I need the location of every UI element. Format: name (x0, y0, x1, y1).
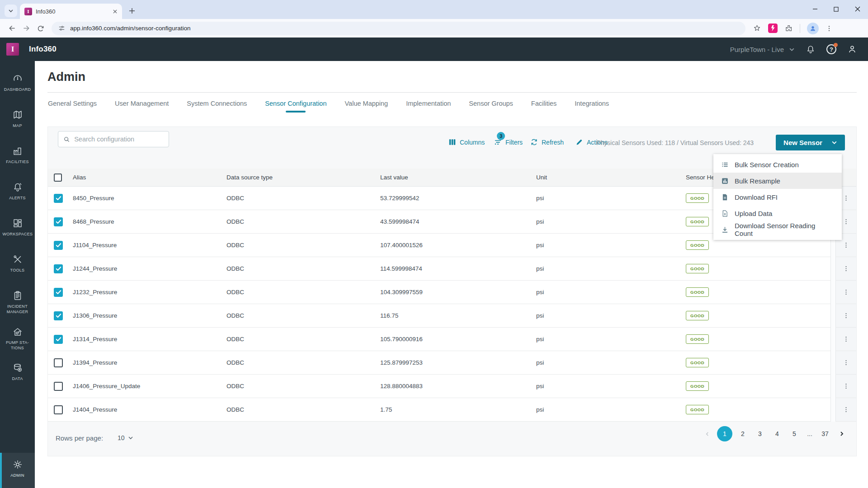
sidebar-item-pump-sta-tions[interactable]: PUMP STA-TIONS (0, 321, 35, 357)
notifications-bell-icon[interactable] (806, 44, 816, 54)
search-input[interactable] (74, 136, 164, 143)
profile-avatar[interactable] (807, 23, 819, 34)
cell-last-value: 1.75 (380, 406, 536, 413)
row-checkbox[interactable] (54, 405, 63, 414)
health-status-badge: GOOD (686, 334, 709, 344)
forward-button[interactable] (19, 21, 33, 36)
check-icon (56, 336, 61, 342)
health-status-badge: GOOD (686, 381, 709, 391)
previous-page-button[interactable] (701, 426, 713, 441)
help-button[interactable]: ? (826, 44, 836, 54)
tab-user-management[interactable]: User Management (115, 100, 169, 113)
chevron-left-icon (705, 432, 710, 436)
row-menu-button[interactable] (836, 281, 856, 304)
row-checkbox[interactable] (54, 241, 63, 250)
filters-badge: 3 (497, 132, 505, 140)
close-button[interactable] (847, 0, 868, 18)
person-icon (809, 25, 816, 32)
reload-button[interactable] (33, 21, 48, 36)
menu-item-bulk-resample[interactable]: Bulk Resample (713, 173, 842, 189)
pink-extension-icon[interactable] (768, 23, 778, 33)
row-menu-button[interactable] (836, 304, 856, 328)
filters-label: Filters (505, 139, 523, 146)
tab-search-button[interactable] (5, 5, 17, 17)
sidebar-item-tools[interactable]: TOOLS (0, 249, 35, 285)
row-checkbox[interactable] (54, 194, 63, 203)
site-info-icon[interactable] (58, 24, 66, 32)
columns-button[interactable]: Columns (448, 138, 485, 146)
kebab-menu-icon (843, 265, 849, 272)
sidebar-item-dashboard[interactable]: DASHBOARD (0, 68, 35, 104)
table-row: J1306_Pressure ODBC 116.75 psi GOOD (48, 304, 830, 328)
browser-menu-icon[interactable] (826, 25, 833, 32)
url-bar[interactable]: app.info360.com/admin/sensor-configurati… (52, 22, 745, 35)
back-button[interactable] (5, 21, 19, 36)
row-checkbox[interactable] (54, 311, 63, 320)
page-button-5[interactable]: 5 (788, 426, 801, 441)
row-menu-button[interactable] (836, 257, 856, 281)
bookmark-star-icon[interactable] (753, 24, 761, 33)
row-menu-button[interactable] (836, 398, 856, 422)
menu-item-upload-data[interactable]: Upload Data (713, 205, 842, 221)
tab-sensor-groups[interactable]: Sensor Groups (469, 100, 513, 113)
page-button-1[interactable]: 1 (717, 426, 732, 441)
tab-implementation[interactable]: Implementation (406, 100, 451, 113)
check-icon (56, 219, 61, 225)
tab-integrations[interactable]: Integrations (575, 100, 609, 113)
pump-icon (12, 326, 23, 337)
search-box[interactable] (58, 131, 169, 147)
page-button-3[interactable]: 3 (753, 426, 767, 441)
filters-button[interactable]: 3 Filters (494, 138, 523, 146)
sidebar-item-admin[interactable]: ADMIN (0, 453, 35, 488)
refresh-button[interactable]: Refresh (530, 138, 564, 146)
row-checkbox[interactable] (54, 358, 63, 367)
minimize-button[interactable] (804, 0, 826, 18)
page-button-2[interactable]: 2 (736, 426, 750, 441)
row-checkbox[interactable] (54, 288, 63, 297)
cell-unit: psi (536, 218, 686, 225)
tab-general-settings[interactable]: General Settings (48, 100, 97, 113)
row-menu-button[interactable] (836, 375, 856, 398)
environment-selector[interactable]: PurpleTown - Live (730, 46, 795, 53)
row-checkbox[interactable] (54, 335, 63, 344)
select-all-checkbox[interactable] (54, 174, 62, 182)
brand-title: Info360 (29, 45, 57, 54)
sidebar-item-facilities[interactable]: FACILITIES (0, 140, 35, 176)
new-tab-button[interactable] (126, 5, 138, 17)
sidebar-item-workspaces[interactable]: WORKSPACES (0, 212, 35, 249)
row-menu-button[interactable] (836, 328, 856, 351)
page-button-4[interactable]: 4 (770, 426, 784, 441)
tab-close-icon[interactable] (113, 9, 118, 14)
sidebar-item-data[interactable]: DATA (0, 357, 35, 393)
document-icon (721, 193, 729, 201)
tab-value-mapping[interactable]: Value Mapping (345, 100, 388, 113)
tab-facilities[interactable]: Facilities (531, 100, 557, 113)
row-checkbox[interactable] (54, 217, 63, 226)
sidebar-item-alerts[interactable]: ALERTS (0, 176, 35, 212)
account-person-icon[interactable] (847, 44, 857, 54)
sidebar-item-incident-manager[interactable]: INCIDENT MANAGER (0, 285, 35, 321)
row-checkbox[interactable] (54, 264, 63, 273)
cell-unit: psi (536, 265, 686, 272)
menu-item-download-rfi[interactable]: Download RFI (713, 189, 842, 205)
chevron-down-icon (831, 140, 837, 145)
menu-item-bulk-sensor-creation[interactable]: Bulk Sensor Creation (713, 156, 842, 173)
new-sensor-button[interactable]: New Sensor (776, 135, 845, 150)
tab-system-connections[interactable]: System Connections (187, 100, 247, 113)
menu-item-download-sensor-reading-count[interactable]: Download Sensor Reading Count (713, 221, 842, 238)
tools-icon (12, 254, 23, 265)
row-checkbox[interactable] (54, 382, 63, 391)
tab-sensor-configuration[interactable]: Sensor Configuration (265, 100, 326, 113)
next-page-button[interactable] (835, 426, 848, 441)
row-menu-button[interactable] (836, 351, 856, 375)
window-controls (804, 0, 868, 18)
extensions-puzzle-icon[interactable] (784, 24, 793, 33)
minimize-icon (812, 6, 818, 12)
rows-per-page-select[interactable]: 10 (118, 434, 133, 441)
new-sensor-label: New Sensor (783, 139, 822, 146)
maximize-button[interactable] (826, 0, 847, 18)
page-button-37[interactable]: 37 (818, 426, 832, 441)
cell-unit: psi (536, 406, 686, 413)
browser-tab[interactable]: I Info360 (20, 4, 122, 19)
sidebar-item-map[interactable]: MAP (0, 104, 35, 140)
